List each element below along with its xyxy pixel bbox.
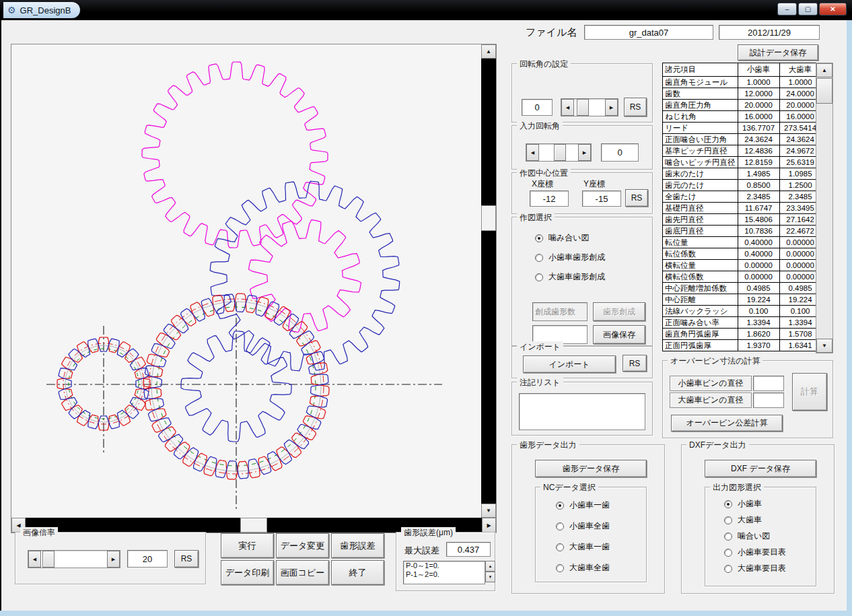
radio-icon[interactable] — [556, 543, 564, 551]
spec-table[interactable]: 諸元項目小歯車大歯車 歯直角モジュール1.00001.0000歯数12.0000… — [662, 63, 822, 351]
spec-row[interactable]: リード136.7707273.5414 — [663, 123, 822, 134]
radio-option[interactable]: 大歯車 — [724, 514, 786, 526]
input-rotation-scrollbar[interactable]: ◀ ▶ — [526, 143, 592, 162]
radio-option[interactable]: 大歯車一歯 — [556, 541, 610, 553]
radio-icon[interactable] — [724, 549, 732, 557]
radio-icon[interactable] — [724, 565, 732, 573]
spec-row[interactable]: 歯直角圧力角20.000020.0000 — [663, 100, 822, 111]
image-zoom-field[interactable]: 20 — [127, 550, 168, 568]
file-name-field[interactable]: gr_data07 — [584, 25, 713, 40]
title-bar[interactable]: ⚙ GR_DesignB – ▢ ✕ — [0, 0, 852, 20]
print-data-button[interactable]: データ印刷 — [221, 560, 274, 585]
spec-row[interactable]: 法線バックラッシ0.1000.100 — [663, 306, 822, 317]
radio-icon[interactable] — [535, 254, 543, 262]
spec-row[interactable]: 転位量0.400000.00000 — [663, 237, 822, 248]
spec-row[interactable]: 歯元のたけ0.85001.2500 — [663, 180, 822, 191]
scroll-track[interactable] — [41, 551, 107, 568]
notes-listbox[interactable] — [519, 393, 645, 430]
spec-row[interactable]: ねじれ角16.000016.0000 — [663, 111, 822, 123]
quit-button[interactable]: 終了 — [331, 560, 384, 585]
scroll-left-icon[interactable]: ◀ — [526, 144, 539, 161]
spec-row[interactable]: 全歯たけ2.34852.3485 — [663, 191, 822, 203]
scroll-track[interactable] — [574, 99, 605, 116]
scroll-down-icon[interactable]: ▼ — [481, 504, 496, 518]
input-rotation-field[interactable]: 0 — [601, 143, 639, 162]
radio-option[interactable]: 噛合い図 — [724, 531, 786, 542]
gear-pin-diameter-field[interactable] — [753, 392, 784, 408]
copy-screen-button[interactable]: 画面コピー — [276, 560, 329, 585]
pinion-pin-diameter-field[interactable] — [753, 376, 784, 391]
radio-icon[interactable] — [556, 522, 564, 531]
table-scroll-down-icon[interactable]: ▼ — [816, 339, 832, 353]
radio-option[interactable]: 大歯車全歯 — [556, 562, 610, 574]
radio-option[interactable]: 小歯車歯形創成 — [535, 252, 605, 263]
spec-row[interactable]: 中心距離19.22419.224 — [663, 294, 822, 306]
spec-row[interactable]: 転位係数0.400000.00000 — [663, 248, 822, 260]
tooth-error-button[interactable]: 歯形誤差 — [331, 533, 384, 558]
radio-icon[interactable] — [556, 564, 564, 572]
scroll-right-icon[interactable]: ▶ — [605, 99, 618, 116]
horizontal-scroll-thumb[interactable] — [240, 518, 267, 533]
error-list-spinner[interactable]: ▲ ▼ — [485, 561, 495, 582]
scroll-right-icon[interactable]: ▶ — [578, 144, 591, 161]
scroll-thumb[interactable] — [42, 551, 55, 568]
spec-row[interactable]: 横転位量0.000000.00000 — [663, 260, 822, 271]
canvas-vertical-scrollbar[interactable]: ▲ ▼ — [481, 44, 496, 518]
spec-row[interactable]: 横転位係数0.000000.00000 — [663, 271, 822, 283]
spec-row[interactable]: 歯底円直径10.783622.4672 — [663, 226, 822, 237]
table-scroll-thumb[interactable] — [816, 78, 832, 104]
spinner-down-icon[interactable]: ▼ — [485, 572, 495, 582]
rotation-rs-button[interactable]: RS — [624, 98, 647, 116]
table-scroll-up-icon[interactable]: ▲ — [816, 63, 832, 77]
scroll-track[interactable] — [539, 144, 578, 161]
radio-icon[interactable] — [535, 234, 543, 242]
draw-center-rs-button[interactable]: RS — [625, 189, 648, 207]
radio-icon[interactable] — [535, 273, 543, 281]
spec-row[interactable]: 基礎円直径11.674723.3495 — [663, 203, 822, 214]
radio-option[interactable]: 大歯車歯形創成 — [535, 271, 605, 283]
import-button[interactable]: インポート — [523, 355, 616, 373]
scroll-right-icon[interactable]: ▶ — [482, 518, 496, 533]
radio-option[interactable]: 小歯車全歯 — [556, 520, 610, 532]
max-error-field[interactable]: 0.437 — [446, 542, 491, 557]
maximize-button[interactable]: ▢ — [798, 3, 818, 15]
spec-row[interactable]: 歯直角モジュール1.00001.0000 — [663, 77, 822, 88]
image-zoom-scrollbar[interactable]: ◀ ▶ — [28, 550, 120, 568]
date-field[interactable]: 2012/11/29 — [719, 25, 820, 40]
save-tooth-data-button[interactable]: 歯形データ保存 — [535, 460, 647, 477]
image-zoom-rs-button[interactable]: RS — [174, 550, 199, 568]
rotation-angle-scrollbar[interactable]: ◀ ▶ — [561, 98, 618, 116]
spec-row[interactable]: 正面噛み合い率1.33941.3394 — [663, 317, 822, 329]
overpin-tolerance-button[interactable]: オーバーピン公差計算 — [671, 415, 783, 432]
y-coordinate-field[interactable]: -15 — [582, 191, 621, 207]
scroll-left-icon[interactable]: ◀ — [28, 551, 41, 568]
spec-row[interactable]: 歯数12.000024.0000 — [663, 88, 822, 100]
spec-row[interactable]: 基準ピッチ円直径12.483624.9672 — [663, 145, 822, 157]
scroll-up-icon[interactable]: ▲ — [481, 44, 496, 59]
radio-option[interactable]: 小歯車要目表 — [724, 547, 786, 558]
spec-row[interactable]: 正面噛合い圧力角24.362424.3624 — [663, 134, 822, 145]
spec-row[interactable]: 正面円弧歯厚1.93701.6341 — [663, 340, 822, 351]
radio-icon[interactable] — [724, 500, 732, 508]
spec-row[interactable]: 歯先円直径15.480627.1642 — [663, 214, 822, 226]
import-rs-button[interactable]: RS — [623, 355, 647, 372]
vertical-scroll-track[interactable] — [481, 59, 496, 504]
radio-option[interactable]: 小歯車一歯 — [556, 500, 610, 511]
spec-row[interactable]: 歯末のたけ1.49851.0985 — [663, 168, 822, 180]
radio-icon[interactable] — [724, 533, 732, 541]
scroll-left-icon[interactable]: ◀ — [561, 99, 574, 116]
change-data-button[interactable]: データ変更 — [276, 533, 329, 558]
radio-icon[interactable] — [556, 502, 564, 510]
close-button[interactable]: ✕ — [819, 3, 847, 15]
spinner-up-icon[interactable]: ▲ — [485, 561, 495, 572]
radio-icon[interactable] — [724, 516, 732, 524]
x-coordinate-field[interactable]: -12 — [530, 191, 569, 207]
spec-row[interactable]: 噛合いピッチ円直径12.815925.6319 — [663, 157, 822, 168]
save-design-data-button[interactable]: 設計データ保存 — [738, 44, 818, 61]
save-image-button[interactable]: 画像保存 — [593, 325, 645, 344]
radio-option[interactable]: 小歯車 — [724, 498, 786, 510]
spec-row[interactable]: 歯直角円弧歯厚1.86201.5708 — [663, 329, 822, 340]
scroll-thumb[interactable] — [554, 144, 566, 161]
minimize-button[interactable]: – — [777, 3, 797, 15]
run-button[interactable]: 実行 — [221, 533, 274, 558]
